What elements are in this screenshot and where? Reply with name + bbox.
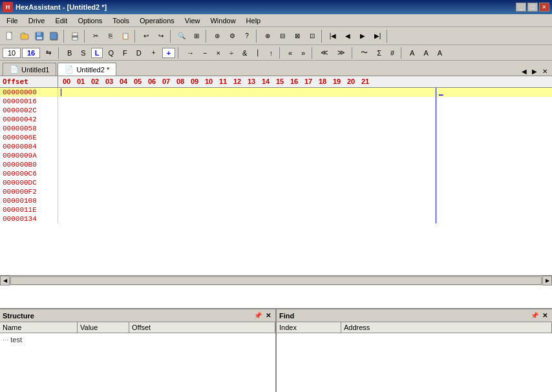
print-button[interactable] — [68, 29, 82, 43]
hex-row[interactable]: 00000084 — [0, 142, 552, 151]
bit-lshift-button[interactable]: « — [284, 48, 296, 58]
hex-row[interactable]: 00000058 — [0, 124, 552, 133]
mode-Q-button[interactable]: Q — [104, 48, 118, 58]
maximize-button[interactable]: □ — [527, 3, 538, 12]
tool2-button[interactable]: ⚙ — [225, 29, 239, 43]
hex-row[interactable]: 0000011E — [0, 205, 552, 214]
menu-tools[interactable]: Tools — [107, 15, 134, 26]
tool4-button[interactable]: ⊕ — [260, 29, 275, 43]
structure-item-expand-icon[interactable]: ··· — [3, 336, 8, 344]
tab-untitled1[interactable]: 📄 Untitled1 — [3, 63, 56, 76]
tab-next-button[interactable]: ▶ — [530, 67, 539, 76]
mode-A-btn[interactable]: A — [406, 48, 418, 58]
nav-first-button[interactable]: |◀ — [326, 29, 340, 43]
step-or-button[interactable]: ∣ — [252, 47, 264, 58]
hex-row[interactable]: 00000108 — [0, 196, 552, 205]
find-pin-button[interactable]: 📌 — [529, 311, 540, 320]
paste-button[interactable]: 📋 — [118, 29, 133, 43]
cut-button[interactable]: ✂ — [89, 29, 103, 43]
mode-F-button[interactable]: F — [119, 48, 131, 58]
row-offset: 00000000 — [0, 88, 58, 97]
nav-next-button[interactable]: ▶ — [356, 29, 370, 43]
tool1-button[interactable]: ⊛ — [210, 29, 224, 43]
tab-prev-button[interactable]: ◀ — [520, 67, 529, 76]
save-button[interactable] — [32, 29, 47, 43]
row-bytes: | — [58, 88, 436, 97]
bit-rshift-button[interactable]: » — [297, 48, 309, 58]
hex-row[interactable]: 0000009A — [0, 151, 552, 160]
mode-Ab-btn[interactable]: A — [419, 48, 432, 58]
menu-drive[interactable]: Drive — [23, 15, 50, 26]
mode-L-button[interactable]: L — [91, 48, 103, 58]
mode-plus-btn[interactable]: + — [147, 46, 161, 60]
redo-button[interactable]: ↪ — [154, 29, 168, 43]
tab-close-button[interactable]: ✕ — [540, 67, 549, 76]
hex-row[interactable]: 00000000|_ — [0, 88, 552, 97]
undo-button[interactable]: ↩ — [139, 29, 153, 43]
tool6-button[interactable]: ⊠ — [290, 29, 304, 43]
find-close-button[interactable]: ✕ — [540, 311, 549, 320]
structure-pin-button[interactable]: 📌 — [252, 311, 264, 320]
hex-row[interactable]: 000000C6 — [0, 169, 552, 178]
open-button[interactable] — [17, 29, 32, 43]
copy-button[interactable]: ⎘ — [103, 29, 118, 43]
hex-row[interactable]: 000000DC — [0, 178, 552, 187]
hex-row[interactable]: 0000002C — [0, 106, 552, 115]
find-button[interactable]: 🔍 — [175, 29, 189, 43]
hscroll-left-button[interactable]: ◀ — [0, 276, 10, 285]
row-ascii — [436, 133, 552, 142]
bit-rshift2-button[interactable]: ≫ — [334, 47, 349, 58]
hscroll-right-button[interactable]: ▶ — [542, 276, 552, 285]
menu-file[interactable]: File — [1, 15, 23, 26]
nav-last-button[interactable]: ▶| — [370, 29, 385, 43]
row-ascii — [436, 97, 552, 106]
menu-help[interactable]: Help — [241, 15, 266, 26]
mode-S-button[interactable]: S — [77, 48, 89, 58]
step-div-button[interactable]: ÷ — [226, 48, 237, 58]
hex-row[interactable]: 00000016 — [0, 97, 552, 106]
close-button[interactable]: ✕ — [539, 3, 549, 12]
new-button[interactable] — [3, 29, 17, 43]
menu-window[interactable]: Window — [205, 15, 240, 26]
horizontal-scrollbar[interactable]: ◀ ▶ — [0, 275, 552, 285]
wave-button[interactable]: 〜 — [357, 46, 372, 59]
mode-plusplus-btn[interactable]: + — [162, 48, 175, 58]
step-right-button[interactable]: → — [183, 48, 198, 58]
tool5-button[interactable]: ⊟ — [275, 29, 290, 43]
tool3-button[interactable]: ? — [240, 29, 254, 43]
hex-row[interactable]: 00000042 — [0, 115, 552, 124]
step-minus-button[interactable]: − — [199, 48, 211, 58]
tool7-button[interactable]: ⊡ — [305, 29, 319, 43]
menu-operations[interactable]: Operations — [134, 15, 180, 26]
saveall-button[interactable] — [47, 29, 61, 43]
mode-arrows-button[interactable]: ⇆ — [41, 46, 56, 60]
hex-row[interactable]: 000000F2 — [0, 187, 552, 196]
step-up-button[interactable]: ↑ — [265, 48, 277, 58]
hex-row[interactable]: 00000134 — [0, 214, 552, 223]
mode-B-button[interactable]: B — [63, 48, 76, 58]
hash-button[interactable]: # — [387, 48, 398, 58]
col-header-12: 12 — [231, 77, 243, 86]
mode-D-button[interactable]: D — [133, 48, 145, 58]
hex-row[interactable]: 000000B0 — [0, 160, 552, 169]
step-and-button[interactable]: & — [239, 48, 251, 58]
hscroll-track[interactable] — [10, 276, 542, 285]
mode-Az-btn[interactable]: A — [434, 48, 446, 58]
menu-options[interactable]: Options — [72, 15, 107, 26]
select-all-button[interactable]: ⊞ — [189, 29, 204, 43]
minimize-button[interactable]: _ — [516, 3, 526, 12]
cursor-cell[interactable]: | — [61, 88, 62, 96]
hex-body[interactable]: 00000000|_000000160000002C00000042000000… — [0, 88, 552, 275]
row-ascii — [436, 169, 552, 178]
menu-view[interactable]: View — [180, 15, 206, 26]
structure-close-button[interactable]: ✕ — [264, 311, 273, 320]
find-index-column: Index — [277, 322, 341, 333]
step-mult-button[interactable]: × — [213, 48, 224, 58]
col-header-21: 21 — [359, 77, 371, 86]
tab-untitled2[interactable]: 📄 Untitled2 * — [58, 63, 116, 76]
nav-prev-button[interactable]: ◀ — [341, 29, 355, 43]
menu-edit[interactable]: Edit — [50, 15, 72, 26]
sigma-button[interactable]: Σ — [373, 48, 385, 58]
hex-row[interactable]: 0000006E — [0, 133, 552, 142]
bit-lshift2-button[interactable]: ≪ — [317, 47, 332, 58]
